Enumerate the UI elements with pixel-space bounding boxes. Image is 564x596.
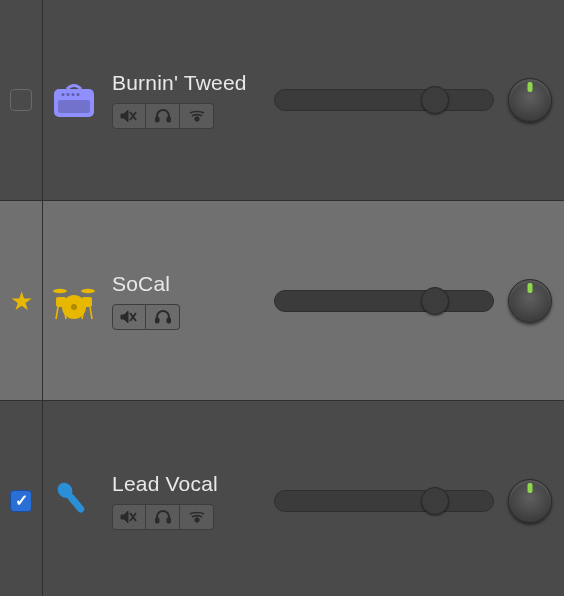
svg-point-2 bbox=[62, 93, 65, 96]
track-indicator-column bbox=[0, 0, 42, 200]
star-icon[interactable]: ★ bbox=[10, 288, 33, 314]
svg-rect-30 bbox=[167, 518, 171, 523]
track-row[interactable]: ★SoCal bbox=[0, 200, 564, 400]
pan-knob[interactable] bbox=[508, 479, 552, 523]
track-info: SoCal bbox=[112, 272, 180, 330]
svg-point-10 bbox=[194, 117, 198, 121]
svg-rect-1 bbox=[58, 100, 90, 113]
volume-slider-thumb[interactable] bbox=[421, 287, 449, 315]
svg-point-5 bbox=[77, 93, 80, 96]
mute-button[interactable] bbox=[112, 504, 146, 530]
volume-slider[interactable] bbox=[274, 489, 494, 513]
svg-point-31 bbox=[194, 517, 198, 521]
input-monitor-button[interactable] bbox=[180, 504, 214, 530]
input-monitor-button[interactable] bbox=[180, 103, 214, 129]
volume-slider[interactable] bbox=[274, 289, 494, 313]
svg-rect-8 bbox=[155, 117, 159, 122]
svg-line-17 bbox=[56, 307, 58, 319]
drums-icon[interactable] bbox=[50, 277, 98, 325]
track-name-label[interactable]: SoCal bbox=[112, 272, 180, 296]
pan-knob[interactable] bbox=[508, 78, 552, 122]
svg-rect-26 bbox=[66, 492, 86, 513]
volume-slider-thumb[interactable] bbox=[421, 86, 449, 114]
volume-slider-thumb[interactable] bbox=[421, 487, 449, 515]
svg-point-3 bbox=[67, 93, 70, 96]
track-name-label[interactable]: Lead Vocal bbox=[112, 472, 218, 496]
pan-knob[interactable] bbox=[508, 279, 552, 323]
mute-button[interactable] bbox=[112, 304, 146, 330]
mute-button[interactable] bbox=[112, 103, 146, 129]
track-main: SoCal bbox=[42, 272, 564, 330]
volume-slider[interactable] bbox=[274, 88, 494, 112]
mic-icon[interactable] bbox=[50, 477, 98, 525]
track-buttons bbox=[112, 304, 180, 330]
track-main: Burnin' Tweed bbox=[42, 71, 564, 129]
solo-button[interactable] bbox=[146, 103, 180, 129]
svg-point-12 bbox=[81, 288, 95, 292]
track-info: Burnin' Tweed bbox=[112, 71, 247, 129]
track-row[interactable]: Burnin' Tweed bbox=[0, 0, 564, 200]
track-checkbox[interactable] bbox=[10, 89, 32, 111]
svg-rect-24 bbox=[167, 318, 171, 323]
track-buttons bbox=[112, 103, 247, 129]
svg-rect-23 bbox=[155, 318, 159, 323]
track-list: Burnin' Tweed★SoCal✓Lead Vocal bbox=[0, 0, 564, 596]
track-info: Lead Vocal bbox=[112, 472, 218, 530]
track-checkbox-checked[interactable]: ✓ bbox=[10, 490, 32, 512]
track-buttons bbox=[112, 504, 218, 530]
amp-icon[interactable] bbox=[50, 76, 98, 124]
track-main: Lead Vocal bbox=[42, 472, 564, 530]
solo-button[interactable] bbox=[146, 304, 180, 330]
track-name-label[interactable]: Burnin' Tweed bbox=[112, 71, 247, 95]
track-indicator-column: ★ bbox=[0, 201, 42, 400]
track-row[interactable]: ✓Lead Vocal bbox=[0, 400, 564, 596]
solo-button[interactable] bbox=[146, 504, 180, 530]
svg-point-11 bbox=[53, 288, 67, 292]
svg-line-20 bbox=[90, 307, 92, 319]
track-indicator-column: ✓ bbox=[0, 401, 42, 596]
svg-rect-9 bbox=[167, 117, 171, 122]
column-divider bbox=[42, 0, 43, 596]
svg-point-16 bbox=[71, 304, 77, 310]
svg-point-4 bbox=[72, 93, 75, 96]
svg-rect-29 bbox=[155, 518, 159, 523]
